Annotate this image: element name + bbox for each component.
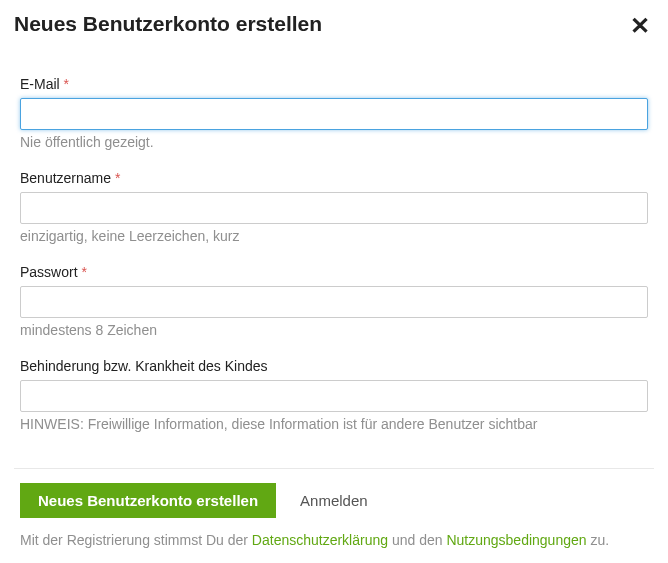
username-helper: einzigartig, keine Leerzeichen, kurz	[20, 228, 648, 244]
signup-form: E-Mail * Nie öffentlich gezeigt. Benutze…	[14, 76, 654, 432]
required-marker: *	[115, 170, 120, 186]
modal-title: Neues Benutzerkonto erstellen	[14, 12, 322, 36]
email-helper: Nie öffentlich gezeigt.	[20, 134, 648, 150]
email-label: E-Mail *	[20, 76, 648, 92]
action-row: Neues Benutzerkonto erstellen Anmelden	[20, 483, 648, 518]
username-input[interactable]	[20, 192, 648, 224]
login-link[interactable]: Anmelden	[300, 492, 368, 509]
field-disability: Behinderung bzw. Krankheit des Kindes HI…	[20, 358, 648, 432]
modal-footer: Neues Benutzerkonto erstellen Anmelden M…	[14, 468, 654, 548]
email-input[interactable]	[20, 98, 648, 130]
create-account-button[interactable]: Neues Benutzerkonto erstellen	[20, 483, 276, 518]
required-marker: *	[81, 264, 86, 280]
disability-helper: HINWEIS: Freiwillige Information, diese …	[20, 416, 648, 432]
consent-text: Mit der Registrierung stimmst Du der Dat…	[20, 532, 648, 548]
privacy-link[interactable]: Datenschutzerklärung	[252, 532, 388, 548]
required-marker: *	[64, 76, 69, 92]
disability-label: Behinderung bzw. Krankheit des Kindes	[20, 358, 648, 374]
password-helper: mindestens 8 Zeichen	[20, 322, 648, 338]
modal-header: Neues Benutzerkonto erstellen ✕	[14, 12, 654, 40]
close-icon[interactable]: ✕	[626, 12, 654, 40]
field-password: Passwort * mindestens 8 Zeichen	[20, 264, 648, 338]
password-label: Passwort *	[20, 264, 648, 280]
field-username: Benutzername * einzigartig, keine Leerze…	[20, 170, 648, 244]
field-email: E-Mail * Nie öffentlich gezeigt.	[20, 76, 648, 150]
password-input[interactable]	[20, 286, 648, 318]
terms-link[interactable]: Nutzungsbedingungen	[446, 532, 586, 548]
create-account-modal: Neues Benutzerkonto erstellen ✕ E-Mail *…	[0, 0, 668, 562]
disability-input[interactable]	[20, 380, 648, 412]
username-label: Benutzername *	[20, 170, 648, 186]
